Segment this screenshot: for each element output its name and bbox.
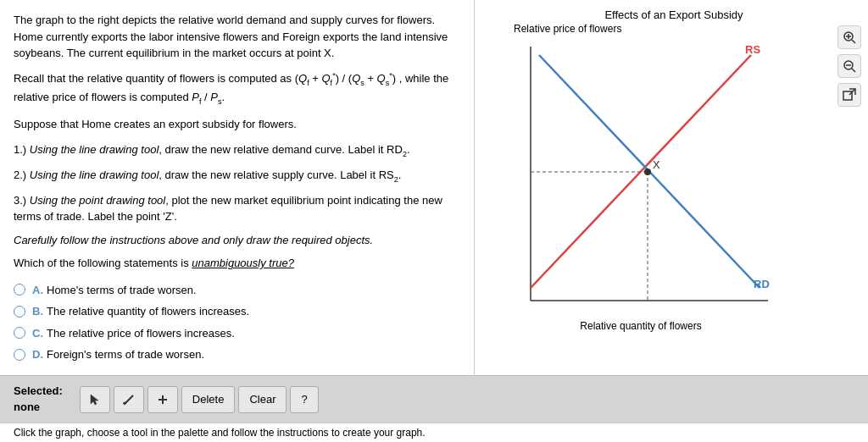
cursor-icon (89, 394, 101, 406)
item3: 3.) Using the point drawing tool, plot t… (14, 192, 460, 225)
svg-marker-19 (91, 395, 98, 405)
answer-choices: A. Home's terms of trade worsen. B. The … (14, 282, 460, 363)
letter-a: A. (32, 282, 43, 299)
graph-tools (837, 25, 861, 107)
radio-b[interactable] (14, 306, 25, 318)
zoom-in-icon (843, 30, 856, 44)
choice-a[interactable]: A. Home's terms of trade worsen. (14, 282, 460, 299)
graph-svg: X RS RD (505, 38, 776, 326)
delete-button[interactable]: Delete (181, 386, 236, 413)
choice-b[interactable]: B. The relative quantity of flowers incr… (14, 303, 460, 320)
selected-info: Selected: none (14, 384, 63, 414)
svg-text:RD: RD (754, 278, 770, 290)
svg-line-15 (852, 69, 855, 72)
svg-point-6 (644, 169, 651, 175)
external-link-icon (843, 88, 856, 102)
letter-b: B. (32, 303, 43, 320)
radio-a[interactable] (14, 284, 25, 296)
zoom-out-button[interactable] (837, 54, 861, 78)
cursor-tool-button[interactable] (80, 386, 110, 413)
svg-line-20 (125, 395, 133, 404)
help-button[interactable]: ? (290, 386, 318, 413)
graph-canvas[interactable]: X RS RD Relative quantity of flowers (505, 38, 776, 326)
paragraph3: Suppose that Home creates an export subs… (14, 116, 460, 133)
letter-c: C. (32, 325, 43, 342)
svg-line-11 (852, 40, 855, 43)
plus-icon (157, 394, 169, 406)
paragraph2: Recall that the relative quantity of flo… (14, 70, 460, 108)
right-panel: Effects of an Export Subsidy Relative pr… (475, 0, 868, 375)
paragraph1: The graph to the right depicts the relat… (14, 12, 460, 62)
radio-d[interactable] (14, 349, 25, 361)
question-prompt: Which of the following statements is una… (14, 255, 460, 272)
text-d: Foreign's terms of trade worsen. (47, 346, 204, 363)
letter-d: D. (32, 346, 43, 363)
formula: (Qf + Qf*) / (Qs + Qs*) (295, 70, 396, 89)
graph-y-label: Relative price of flowers (514, 23, 860, 35)
svg-text:X: X (653, 158, 660, 171)
bottom-instruction: Click the graph, choose a tool in the pa… (14, 427, 426, 439)
zoom-in-button[interactable] (837, 25, 861, 49)
text-c: The relative price of flowers increases. (47, 325, 235, 342)
graph-title: Effects of an Export Subsidy (488, 8, 860, 21)
selected-value: none (14, 400, 63, 415)
toolbar: Selected: none (0, 375, 868, 423)
radio-c[interactable] (14, 327, 25, 339)
item2: 2.) Using the line drawing tool, draw th… (14, 167, 460, 185)
line-tool-button[interactable] (114, 386, 144, 413)
point-tool-button[interactable] (147, 386, 178, 413)
clear-button[interactable]: Clear (238, 386, 287, 413)
bottom-bar: Click the graph, choose a tool in the pa… (0, 423, 868, 442)
item1: 1.) Using the line drawing tool, draw th… (14, 141, 460, 160)
zoom-out-icon (843, 59, 856, 73)
svg-text:RS: RS (745, 43, 760, 56)
choice-d[interactable]: D. Foreign's terms of trade worsen. (14, 346, 460, 363)
careful-note: Carefully follow the instructions above … (14, 232, 460, 249)
text-a: Home's terms of trade worsen. (47, 282, 197, 299)
selected-label: Selected: (14, 384, 63, 399)
choice-c[interactable]: C. The relative price of flowers increas… (14, 325, 460, 342)
toolbar-buttons: Delete Clear ? (80, 386, 319, 413)
external-link-button[interactable] (837, 83, 861, 107)
left-panel: The graph to the right depicts the relat… (0, 0, 475, 375)
pencil-icon (123, 394, 135, 406)
text-b: The relative quantity of flowers increas… (47, 303, 249, 320)
